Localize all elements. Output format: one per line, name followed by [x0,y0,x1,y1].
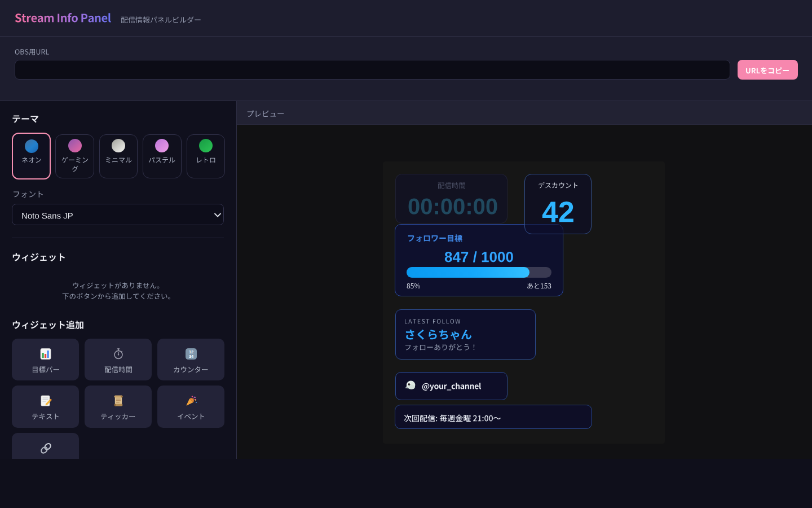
svg-text:34: 34 [188,354,193,359]
